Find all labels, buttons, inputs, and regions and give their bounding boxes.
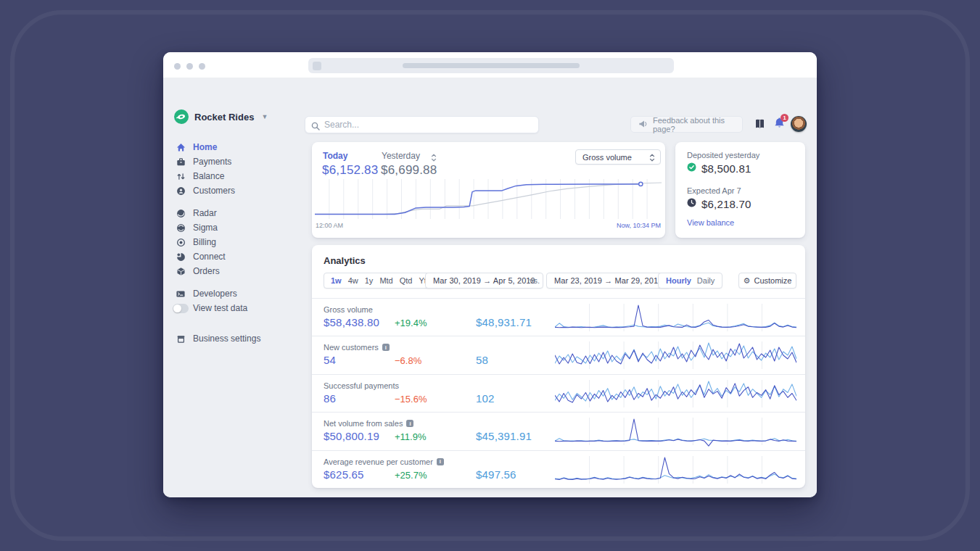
customize-button[interactable]: ⚙ Customize	[738, 273, 796, 289]
metric-row-successful-payments[interactable]: Successful payments 86 −15.6% 102	[312, 374, 805, 412]
metric-label: Average revenue per customer	[324, 457, 433, 466]
traffic-light-zoom[interactable]	[199, 63, 205, 70]
metric-row-gross-volume[interactable]: Gross volume $58,438.80 +19.4% $48,931.7…	[312, 299, 805, 336]
traffic-light-minimize[interactable]	[186, 63, 193, 70]
sigma-icon	[176, 223, 186, 233]
metric-delta: +25.7%	[395, 470, 427, 481]
metric-current-value: $50,800.19	[324, 430, 379, 442]
account-switcher[interactable]: Rocket Rides ▼	[174, 109, 268, 124]
date-range-previous[interactable]: Mar 23, 2019 → Mar 29, 2019	[546, 273, 670, 289]
metric-label: Gross volume	[324, 305, 373, 314]
range-tab-qtd[interactable]: Qtd	[400, 276, 413, 285]
test-data-toggle[interactable]	[173, 304, 189, 313]
range-tab-1y[interactable]: 1y	[365, 276, 374, 285]
brand-logo-icon	[174, 109, 189, 124]
sidebar-item-label: Home	[193, 142, 217, 152]
metric-row-average-revenue[interactable]: Average revenue per customeri $625.65 +2…	[312, 450, 805, 488]
brand-name: Rocket Rides	[194, 112, 254, 123]
sidebar-item-radar[interactable]: Radar	[163, 206, 305, 220]
person-circle-icon	[176, 186, 186, 196]
granularity-hourly[interactable]: Hourly	[666, 276, 691, 285]
sidebar-item-label: Orders	[193, 266, 220, 276]
vs-label: vs.	[530, 276, 540, 285]
metric-current-value: $58,438.80	[324, 316, 379, 328]
metric-label: New customers	[324, 343, 379, 352]
traffic-light-close[interactable]	[174, 63, 181, 70]
yesterday-label: Yesterday	[382, 151, 420, 161]
sparkline-chart	[555, 455, 796, 485]
sparkline-chart	[555, 302, 796, 333]
gear-icon: ⚙	[744, 276, 751, 286]
overview-card: Today Yesterday $6,152.83 $6,699.88 Gros…	[312, 142, 665, 238]
search-box	[305, 116, 539, 133]
address-bar[interactable]	[308, 58, 674, 73]
metric-label: Net volume from sales	[324, 419, 403, 428]
docs-book-icon[interactable]	[754, 118, 766, 130]
search-input[interactable]	[324, 117, 534, 133]
url-text-placeholder	[403, 63, 580, 68]
sidebar-item-business-settings[interactable]: Business settings	[163, 331, 305, 346]
analytics-filters: 1w 4w 1y Mtd Qtd Ytd All Mar 30, 2019 → …	[312, 273, 805, 289]
metric-row-net-volume[interactable]: Net volume from salesi $50,800.19 +11.9%…	[312, 412, 805, 450]
billing-icon	[176, 237, 186, 247]
sidebar-item-view-test-data[interactable]: View test data	[163, 301, 305, 315]
date-range-current[interactable]: Mar 30, 2019 → Apr 5, 2019	[425, 273, 543, 289]
check-circle-icon	[687, 162, 696, 175]
feedback-button[interactable]: Feedback about this page?	[630, 116, 743, 133]
metric-select[interactable]: Gross volume	[575, 149, 661, 165]
sidebar-item-developers[interactable]: Developers	[163, 286, 305, 301]
metric-previous-value: 102	[476, 392, 495, 405]
overview-chart	[315, 179, 662, 219]
chart-axis-start: 12:00 AM	[316, 222, 343, 229]
sidebar-item-home[interactable]: Home	[163, 140, 305, 154]
metric-previous-value: 58	[476, 354, 488, 366]
sidebar-item-label: Balance	[193, 171, 224, 181]
sidebar-nav: Home Payments Balance Customers	[163, 140, 305, 346]
granularity-toggle: Hourly Daily	[658, 273, 722, 289]
sidebar-item-billing[interactable]: Billing	[163, 235, 305, 249]
toggle-knob	[173, 304, 181, 312]
notifications-bell-icon[interactable]: 1	[773, 117, 786, 130]
cube-icon	[176, 266, 186, 276]
sidebar-item-label: Business settings	[193, 334, 260, 344]
info-icon[interactable]: i	[437, 458, 444, 465]
analytics-card: Analytics 1w 4w 1y Mtd Qtd Ytd All Mar 3…	[312, 245, 805, 488]
metric-current-value: 86	[324, 392, 336, 405]
nav-divider	[163, 323, 305, 331]
sidebar-item-customers[interactable]: Customers	[163, 183, 305, 198]
select-caret-icon	[649, 154, 655, 163]
clock-icon	[687, 197, 696, 210]
desktop-background: Rocket Rides ▼ Home Payments Balance	[0, 0, 980, 551]
sparkline-chart	[555, 416, 796, 447]
yesterday-value: $6,699.88	[381, 163, 437, 178]
metric-row-new-customers[interactable]: New customersi 54 −6.8% 58	[312, 336, 805, 373]
deposited-value: $8,500.81	[701, 162, 752, 175]
sidebar-item-payments[interactable]: Payments	[163, 154, 305, 169]
user-avatar[interactable]	[791, 116, 807, 132]
sidebar-item-orders[interactable]: Orders	[163, 264, 305, 278]
sidebar-item-connect[interactable]: Connect	[163, 249, 305, 264]
sidebar-item-label: Payments	[193, 157, 231, 167]
sidebar-item-sigma[interactable]: Sigma	[163, 220, 305, 235]
metric-delta: −15.6%	[395, 394, 427, 405]
range-tab-mtd[interactable]: Mtd	[379, 276, 392, 285]
view-balance-link[interactable]: View balance	[687, 218, 734, 227]
customize-label: Customize	[754, 276, 791, 285]
nav-divider	[163, 278, 305, 286]
info-icon[interactable]: i	[382, 344, 390, 351]
sidebar-item-label: View test data	[193, 303, 247, 313]
analytics-title: Analytics	[324, 255, 366, 266]
info-icon[interactable]: i	[406, 420, 413, 427]
range-tab-4w[interactable]: 4w	[348, 276, 358, 285]
deposited-row: $8,500.81	[687, 162, 752, 175]
deposited-label: Deposited yesterday	[687, 151, 759, 160]
granularity-daily[interactable]: Daily	[697, 276, 715, 285]
sparkline-chart	[555, 378, 796, 409]
metric-previous-value: $48,931.71	[476, 316, 532, 328]
metric-current-value: $625.65	[324, 468, 364, 481]
range-tab-1w[interactable]: 1w	[331, 276, 342, 285]
browser-window: Rocket Rides ▼ Home Payments Balance	[163, 52, 817, 497]
sidebar-item-label: Developers	[193, 289, 237, 299]
metric-delta: +11.9%	[395, 431, 427, 442]
sidebar-item-balance[interactable]: Balance	[163, 169, 305, 183]
